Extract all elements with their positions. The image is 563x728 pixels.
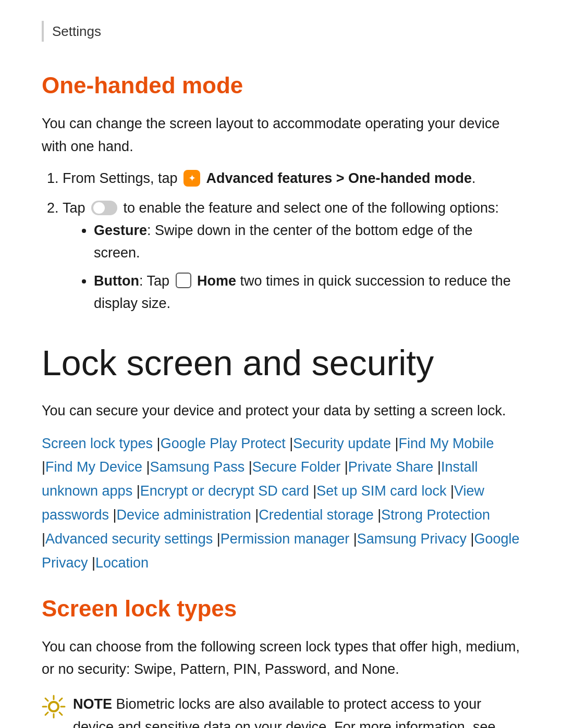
screen-lock-types-description: You can choose from the following screen…	[42, 636, 521, 681]
link-permission-manager[interactable]: Permission manager	[221, 531, 350, 547]
note-label: NOTE	[73, 696, 112, 712]
one-handed-mode-steps: From Settings, tap Advanced features > O…	[63, 167, 521, 315]
toggle-icon	[91, 201, 117, 215]
link-encrypt-sd-card[interactable]: Encrypt or decrypt SD card	[140, 483, 309, 499]
one-handed-subitems: Gesture: Swipe down in the center of the…	[94, 219, 521, 315]
screen-lock-types-title: Screen lock types	[42, 591, 521, 626]
screen-lock-types-section: Screen lock types You can choose from th…	[42, 591, 521, 728]
step-2: Tap to enable the feature and select one…	[63, 197, 521, 315]
advanced-features-icon	[183, 170, 200, 187]
gesture-item: Gesture: Swipe down in the center of the…	[94, 219, 521, 264]
step-1-bold-text: Advanced features > One-handed mode	[206, 170, 472, 186]
link-security-update[interactable]: Security update	[293, 436, 391, 451]
link-location[interactable]: Location	[95, 555, 149, 571]
svg-line-7	[45, 712, 48, 715]
note-block: NOTE Biometric locks are also available …	[42, 693, 521, 728]
note-body: Biometric locks are also available to pr…	[73, 696, 495, 728]
lock-screen-links-block: Screen lock types |Google Play Protect |…	[42, 432, 521, 575]
home-button-icon	[176, 273, 191, 288]
button-item: Button: Tap Home two times in quick succ…	[94, 270, 521, 315]
link-find-my-device[interactable]: Find My Device	[45, 459, 142, 475]
one-handed-mode-description: You can change the screen layout to acco…	[42, 113, 521, 157]
link-device-administration[interactable]: Device administration	[117, 507, 251, 523]
page-header-label: Settings	[52, 23, 101, 39]
link-google-play-protect[interactable]: Google Play Protect	[161, 436, 286, 451]
link-samsung-privacy[interactable]: Samsung Privacy	[357, 531, 467, 547]
lock-screen-security-title: Lock screen and security	[42, 336, 521, 390]
svg-point-9	[50, 703, 57, 710]
lock-screen-security-description: You can secure your device and protect y…	[42, 400, 521, 422]
one-handed-mode-section: One-handed mode You can change the scree…	[42, 68, 521, 315]
one-handed-mode-title: One-handed mode	[42, 68, 521, 103]
note-text: NOTE Biometric locks are also available …	[73, 693, 521, 728]
link-samsung-pass[interactable]: Samsung Pass	[150, 459, 245, 475]
link-credential-storage[interactable]: Credential storage	[259, 507, 374, 523]
link-find-my-mobile[interactable]: Find My Mobile	[398, 436, 494, 451]
step-1: From Settings, tap Advanced features > O…	[63, 167, 521, 190]
link-private-share[interactable]: Private Share	[348, 459, 434, 475]
svg-line-6	[59, 698, 62, 701]
lock-screen-security-section: Lock screen and security You can secure …	[42, 336, 521, 575]
link-advanced-security-settings[interactable]: Advanced security settings	[45, 531, 213, 547]
link-sim-card-lock[interactable]: Set up SIM card lock	[316, 483, 446, 499]
svg-line-4	[45, 698, 48, 701]
note-icon-svg	[42, 695, 66, 719]
link-strong-protection[interactable]: Strong Protection	[381, 507, 490, 523]
note-sun-icon	[42, 695, 66, 719]
svg-line-5	[59, 712, 62, 715]
link-secure-folder[interactable]: Secure Folder	[252, 459, 341, 475]
page-header: Settings	[42, 21, 521, 42]
link-screen-lock-types[interactable]: Screen lock types	[42, 436, 153, 451]
